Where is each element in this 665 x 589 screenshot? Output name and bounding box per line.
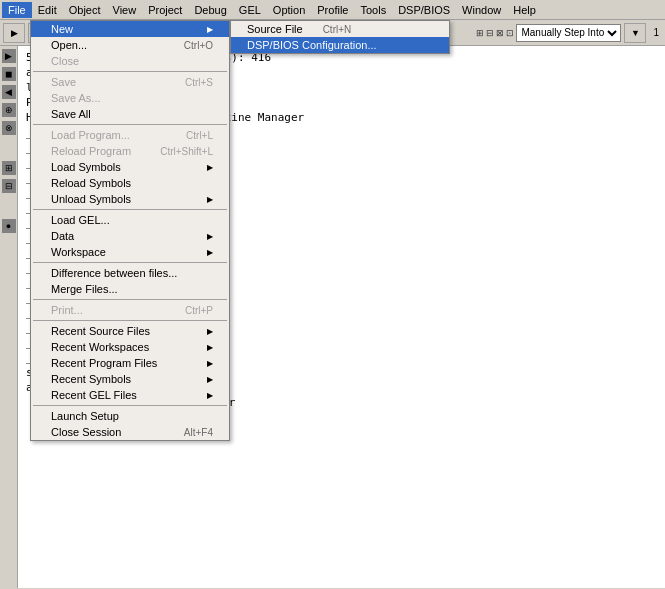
menubar-option[interactable]: Option [267,2,311,18]
step-mode-dropdown[interactable]: Manually Step Into [516,24,621,42]
file-menu-close: Close [31,53,229,69]
file-menu-saveas: Save As... [31,90,229,106]
toolbar-icon-2: ⊟ [486,28,494,38]
file-menu-data[interactable]: Data ▶ [31,228,229,244]
file-menu-recentgel[interactable]: Recent GEL Files ▶ [31,387,229,403]
save-shortcut: Ctrl+S [185,77,213,88]
menubar: File Edit Object View Project Debug GEL … [0,0,665,20]
file-menu-unloadsymbols[interactable]: Unload Symbols ▶ [31,191,229,207]
sidebar-icon-5[interactable]: ⊗ [2,121,16,135]
right-toolbar: ⊞ ⊟ ⊠ ⊡ Manually Step Into ▼ 1 [476,22,663,44]
menubar-file[interactable]: File [2,2,32,18]
loadsymbols-arrow: ▶ [207,163,213,172]
toolbar-dropdown-arrow[interactable]: ▼ [624,23,646,43]
menubar-edit[interactable]: Edit [32,2,63,18]
new-submenu-dspbios[interactable]: DSP/BIOS Configuration... [231,37,449,53]
file-menu-saveall[interactable]: Save All [31,106,229,122]
file-menu-launchsetup[interactable]: Launch Setup [31,408,229,424]
sidebar-icon-7[interactable]: ⊟ [2,179,16,193]
recentsymbols-arrow: ▶ [207,375,213,384]
sidebar-icon-4[interactable]: ⊕ [2,103,16,117]
new-submenu-arrow: ▶ [207,25,213,34]
file-menu-difffiles[interactable]: Difference between files... [31,265,229,281]
menubar-window[interactable]: Window [456,2,507,18]
file-menu-mergefiles[interactable]: Merge Files... [31,281,229,297]
separator-1 [33,71,227,72]
toolbar-icon-3: ⊠ [496,28,504,38]
sidebar-icon-6[interactable]: ⊞ [2,161,16,175]
menubar-project[interactable]: Project [142,2,188,18]
new-submenu-sourcefile[interactable]: Source File Ctrl+N [231,21,449,37]
file-menu-reloadsymbols[interactable]: Reload Symbols [31,175,229,191]
file-menu-print: Print... Ctrl+P [31,302,229,318]
file-menu-new[interactable]: New ▶ [31,21,229,37]
data-arrow: ▶ [207,232,213,241]
toolbar-icon-1: ⊞ [476,28,484,38]
sidebar-icon-2[interactable]: ◼ [2,67,16,81]
unloadsymbols-arrow: ▶ [207,195,213,204]
separator-5 [33,299,227,300]
separator-4 [33,262,227,263]
sidebar-icon-1[interactable]: ▶ [2,49,16,63]
file-menu-recentsource[interactable]: Recent Source Files ▶ [31,323,229,339]
file-menu-recentprogram[interactable]: Recent Program Files ▶ [31,355,229,371]
file-menu-loadprogram: Load Program... Ctrl+L [31,127,229,143]
recentworkspaces-arrow: ▶ [207,343,213,352]
recentgel-arrow: ▶ [207,391,213,400]
file-menu-open[interactable]: Open... Ctrl+O [31,37,229,53]
file-menu-reloadprogram: Reload Program Ctrl+Shift+L [31,143,229,159]
menubar-debug[interactable]: Debug [188,2,232,18]
separator-3 [33,209,227,210]
open-shortcut: Ctrl+O [184,40,213,51]
loadprogram-shortcut: Ctrl+L [186,130,213,141]
left-sidebar: ▶ ◼ ◀ ⊕ ⊗ ⊞ ⊟ ● [0,46,18,588]
separator-2 [33,124,227,125]
menubar-view[interactable]: View [107,2,143,18]
menubar-gel[interactable]: GEL [233,2,267,18]
sidebar-icon-3[interactable]: ◀ [2,85,16,99]
file-menu-recentsymbols[interactable]: Recent Symbols ▶ [31,371,229,387]
file-menu-loadsymbols[interactable]: Load Symbols ▶ [31,159,229,175]
file-menu: New ▶ Open... Ctrl+O Close Save Ctrl+S S… [30,20,230,441]
toolbar-icon-4: ⊡ [506,28,514,38]
closesession-shortcut: Alt+F4 [184,427,213,438]
menubar-profile[interactable]: Profile [311,2,354,18]
file-menu-closesession[interactable]: Close Session Alt+F4 [31,424,229,440]
sourcefile-shortcut: Ctrl+N [323,24,352,35]
menubar-dsp[interactable]: DSP/BIOS [392,2,456,18]
menubar-help[interactable]: Help [507,2,542,18]
menubar-tools[interactable]: Tools [354,2,392,18]
new-submenu: Source File Ctrl+N DSP/BIOS Configuratio… [230,20,450,54]
recentsource-arrow: ▶ [207,327,213,336]
file-menu-save: Save Ctrl+S [31,74,229,90]
workspace-arrow: ▶ [207,248,213,257]
toolbar-counter: 1 [653,27,659,38]
file-menu-recentworkspaces[interactable]: Recent Workspaces ▶ [31,339,229,355]
recentprogram-arrow: ▶ [207,359,213,368]
sidebar-icon-8[interactable]: ● [2,219,16,233]
print-shortcut: Ctrl+P [185,305,213,316]
menubar-object[interactable]: Object [63,2,107,18]
separator-7 [33,405,227,406]
toolbar-btn-1[interactable]: ▶ [3,23,25,43]
file-menu-loadgel[interactable]: Load GEL... [31,212,229,228]
separator-6 [33,320,227,321]
file-menu-workspace[interactable]: Workspace ▶ [31,244,229,260]
reloadprogram-shortcut: Ctrl+Shift+L [160,146,213,157]
